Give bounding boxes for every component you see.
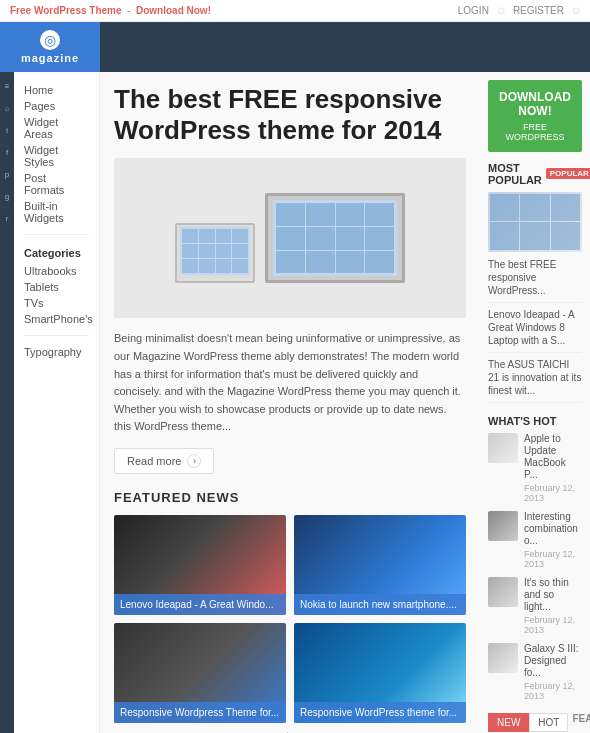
featured-item-3[interactable]: Responsive Wordpress Theme for...	[114, 623, 286, 723]
laptop-large	[265, 193, 405, 283]
main-content: The best FREE responsive WordPress theme…	[100, 72, 480, 733]
wh-date-3: February 12, 2013	[524, 615, 582, 635]
topbar: Free WordPress Theme - Download Now! LOG…	[0, 0, 590, 22]
nav-ultrabooks[interactable]: Ultrabooks	[24, 263, 89, 279]
wh-thumb-2	[488, 511, 518, 541]
wh-date-1: February 12, 2013	[524, 483, 582, 503]
wh-thumb-1	[488, 433, 518, 463]
nav-built-in-widgets[interactable]: Built-in Widgets	[24, 198, 89, 226]
tab-bar: NEW HOT FEATURED	[488, 713, 582, 732]
free-theme-label: Free WordPress Theme	[10, 5, 122, 16]
twitter-icon[interactable]: t	[2, 126, 12, 136]
logo[interactable]: magazine	[0, 22, 100, 72]
new-tab[interactable]: NEW	[488, 713, 529, 732]
menu-icon[interactable]: ≡	[2, 82, 12, 92]
featured-item-1[interactable]: Lenovo Ideapad - A Great Windo...	[114, 515, 286, 615]
wh-date-2: February 12, 2013	[524, 549, 582, 569]
laptop-small	[175, 223, 255, 283]
featured-label-2: Nokia to launch new smartphone....	[294, 594, 466, 615]
logo-text: magazine	[21, 52, 79, 64]
download-now-label: Download Now!	[136, 5, 211, 16]
wh-thumb-3	[488, 577, 518, 607]
wh-thumb-4	[488, 643, 518, 673]
site-header: magazine	[0, 22, 590, 72]
topbar-message: Free WordPress Theme - Download Now!	[10, 5, 211, 16]
whats-hot-item-2[interactable]: Interesting combination o... February 12…	[488, 511, 582, 569]
nav-post-formats[interactable]: Post Formats	[24, 170, 89, 198]
featured-item-2[interactable]: Nokia to launch new smartphone....	[294, 515, 466, 615]
whats-hot-section: WHAT'S HOT Apple to Update MacBook P... …	[488, 415, 582, 701]
featured-tab-label: FEATURED	[572, 713, 590, 732]
popular-item-1[interactable]: The best FREE responsive WordPress...	[488, 258, 582, 303]
download-sub: FREE WORDPRESS	[494, 122, 576, 142]
nav-tablets[interactable]: Tablets	[24, 279, 89, 295]
read-more-button[interactable]: Read more ›	[114, 448, 214, 474]
most-popular-thumb	[488, 192, 582, 252]
popular-badge: POPULAR	[546, 168, 590, 179]
whats-hot-item-3[interactable]: It's so thin and so light... February 12…	[488, 577, 582, 635]
download-box[interactable]: DOWNLOAD NOW! FREE WORDPRESS	[488, 80, 582, 152]
whats-hot-item-1[interactable]: Apple to Update MacBook P... February 12…	[488, 433, 582, 503]
whats-hot-title: WHAT'S HOT	[488, 415, 582, 427]
wh-title-3: It's so thin and so light...	[524, 577, 582, 613]
right-sidebar: DOWNLOAD NOW! FREE WORDPRESS MOST POPULA…	[480, 72, 590, 733]
social-icon[interactable]: g	[2, 192, 12, 202]
featured-label-1: Lenovo Ideapad - A Great Windo...	[114, 594, 286, 615]
page-title: The best FREE responsive WordPress theme…	[114, 84, 466, 146]
arrow-icon: ›	[187, 454, 201, 468]
nav-home[interactable]: Home	[24, 82, 89, 98]
register-link[interactable]: REGISTER	[513, 5, 564, 16]
back-to-top[interactable]: ↑ Back to top	[114, 723, 466, 733]
most-popular-section: MOST POPULAR POPULAR The best FREE respo…	[488, 162, 582, 403]
pinterest-icon[interactable]: p	[2, 170, 12, 180]
featured-item-4[interactable]: Responsive WordPress theme for...	[294, 623, 466, 723]
featured-label-3: Responsive Wordpress Theme for...	[114, 702, 286, 723]
whats-hot-item-4[interactable]: Galaxy S III: Designed fo... February 12…	[488, 643, 582, 701]
nav-tvs[interactable]: TVs	[24, 295, 89, 311]
search-icon[interactable]: ⌕	[2, 104, 12, 114]
featured-news-title: FEATURED NEWS	[114, 490, 466, 505]
hot-tab[interactable]: HOT	[529, 713, 568, 732]
wh-title-1: Apple to Update MacBook P...	[524, 433, 582, 481]
wh-date-4: February 12, 2013	[524, 681, 582, 701]
nav-pages[interactable]: Pages	[24, 98, 89, 114]
featured-grid: Lenovo Ideapad - A Great Windo... Nokia …	[114, 515, 466, 723]
auth-links: LOGIN ⊙ REGISTER ⊙	[458, 5, 580, 16]
hero-image	[114, 158, 466, 318]
popular-item-2[interactable]: Lenovo Ideapad - A Great Windows 8 Lapto…	[488, 308, 582, 353]
rss-icon[interactable]: r	[2, 214, 12, 224]
wh-title-2: Interesting combination o...	[524, 511, 582, 547]
icon-sidebar: ≡ ⌕ t f p g r	[0, 72, 14, 733]
categories-label: Categories	[24, 247, 89, 259]
download-title: DOWNLOAD NOW!	[494, 90, 576, 119]
nav-smartphones[interactable]: SmartPhone's	[24, 311, 89, 327]
nav-widget-styles[interactable]: Widget Styles	[24, 142, 89, 170]
logo-icon	[40, 30, 60, 50]
article-text: Being minimalist doesn't mean being unin…	[114, 330, 466, 436]
facebook-icon[interactable]: f	[2, 148, 12, 158]
login-link[interactable]: LOGIN	[458, 5, 489, 16]
most-popular-title: MOST POPULAR POPULAR	[488, 162, 582, 186]
popular-item-3[interactable]: The ASUS TAICHI 21 is innovation at its …	[488, 358, 582, 403]
featured-label-4: Responsive WordPress theme for...	[294, 702, 466, 723]
wh-title-4: Galaxy S III: Designed fo...	[524, 643, 582, 679]
new-hot-section: NEW HOT FEATURED Best App WordPress T...…	[488, 713, 582, 733]
nav-typography[interactable]: Typography	[24, 344, 89, 360]
nav-sidebar: Home Pages Widget Areas Widget Styles Po…	[14, 72, 100, 733]
nav-widget-areas[interactable]: Widget Areas	[24, 114, 89, 142]
